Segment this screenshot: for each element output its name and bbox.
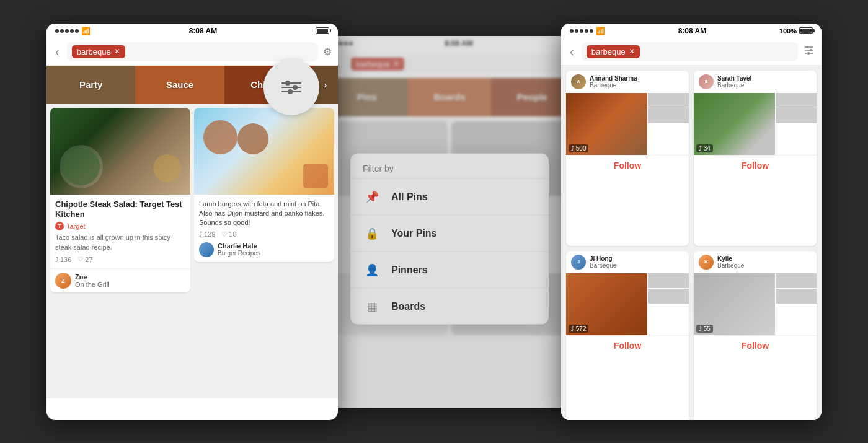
board-header-sarah: S Sarah Tavel Barbeque: [694, 71, 817, 93]
category-party[interactable]: Party: [46, 66, 135, 104]
board-images-annand: ⤴ 500: [566, 93, 689, 155]
search-area-right: ‹ barbeque ✕: [561, 38, 822, 66]
board-card-ji[interactable]: J Ji Hong Barbeque ⤴ 572: [566, 251, 689, 420]
status-bar-middle: 8:08 AM: [326, 36, 574, 51]
board-main-image-kylie: ⤴ 55: [694, 273, 775, 335]
board-images-ji: ⤴ 572: [566, 273, 689, 335]
pin-image-burger: [194, 108, 334, 195]
board-small-img1-annand: [648, 93, 689, 108]
status-bar-right: 📶 8:08 AM 100%: [561, 24, 822, 38]
board-card-annand[interactable]: A Annand Sharma Barbeque ⤴ 500: [566, 71, 689, 246]
filter-popup-header: Filter by: [350, 153, 549, 178]
status-time-middle: 8:08 AM: [445, 39, 473, 48]
filter-label-boards: Boards: [391, 300, 425, 312]
filter-option-pinners[interactable]: 👤 Pinners: [350, 251, 549, 287]
pins-feed-left: Chipotle Steak Salad: Target Test Kitche…: [46, 104, 338, 398]
grid-icon: ▦: [363, 297, 381, 315]
board-small-images-sarah: [776, 93, 817, 124]
pin-stats-burger: ⤴ 129 ♡ 18: [199, 230, 329, 239]
board-card-kylie[interactable]: K Kylie Barbeque ⤴ 55: [694, 251, 817, 420]
left-phone: 📶 8:08 AM ‹ barbeque ✕ ⚙: [46, 24, 338, 420]
like-count: ♡ 27: [78, 255, 92, 263]
board-main-image-annand: ⤴ 500: [566, 93, 647, 155]
svg-point-1: [806, 46, 808, 48]
pin-user-burger: Charlie Hale Burger Recipes: [199, 242, 329, 257]
boards-grid-right: A Annand Sharma Barbeque ⤴ 500: [561, 66, 822, 420]
pin-info-steak-salad: Chipotle Steak Salad: Target Test Kitche…: [50, 195, 190, 269]
pin-card-burger[interactable]: Lamb burgers with feta and mint on Pita.…: [194, 108, 334, 262]
lock-icon: 🔒: [363, 224, 381, 242]
follow-button-ji[interactable]: Follow: [566, 335, 689, 356]
board-small-img1-ji: [648, 273, 689, 288]
status-time-right: 8:08 AM: [678, 27, 707, 35]
search-area-middle: ‹ barbeque ✕: [326, 51, 574, 78]
board-small-images-kylie: [776, 273, 817, 304]
pin-icon: 📌: [363, 187, 381, 206]
svg-point-3: [810, 49, 812, 51]
avatar-annand: A: [571, 74, 586, 89]
status-bar-left: 📶 8:08 AM: [46, 24, 338, 38]
follow-button-sarah[interactable]: Follow: [694, 155, 817, 175]
search-tag-right: barbeque ✕: [587, 45, 640, 58]
filter-option-your-pins[interactable]: 🔒 Your Pins: [350, 214, 549, 251]
right-phone: 📶 8:08 AM 100% ‹ barbeque ✕: [561, 24, 822, 420]
svg-point-5: [807, 52, 810, 55]
avatar-sarah: S: [699, 74, 714, 89]
follow-button-kylie[interactable]: Follow: [694, 335, 817, 356]
search-tag-left: barbeque ✕: [72, 45, 125, 58]
pin-desc-text-burger: Lamb burgers with feta and mint on Pita.…: [199, 200, 329, 228]
board-header-kylie: K Kylie Barbeque: [694, 251, 817, 273]
filter-option-boards[interactable]: ▦ Boards: [350, 287, 549, 324]
like-count-burger: ♡ 18: [221, 230, 236, 239]
avatar-kylie: K: [699, 255, 714, 270]
wifi-icon: 📶: [81, 27, 91, 35]
filter-label-your-pins: Your Pins: [391, 227, 437, 239]
user-info-charlie: Charlie Hale Burger Recipes: [218, 242, 260, 257]
filter-circle-overlay[interactable]: [264, 59, 319, 115]
pin-card-steak-salad[interactable]: Chipotle Steak Salad: Target Test Kitche…: [50, 108, 190, 293]
category-sauce[interactable]: Sauce: [135, 66, 224, 104]
avatar-ji: J: [571, 255, 586, 270]
board-images-sarah: ⤴ 34: [694, 93, 817, 155]
filter-button-right[interactable]: [803, 44, 815, 59]
filter-option-all-pins[interactable]: 📌 All Pins: [350, 178, 549, 214]
target-icon: T: [55, 222, 64, 230]
pin-stats-steak-salad: ⤴ 136 ♡ 27: [55, 255, 185, 263]
board-user-info-annand: Annand Sharma Barbeque: [590, 75, 637, 89]
board-small-img1-kylie: [776, 273, 817, 288]
board-card-sarah[interactable]: S Sarah Tavel Barbeque ⤴ 34: [694, 71, 817, 246]
board-small-img2-annand: [648, 108, 689, 123]
repin-count: ⤴ 136: [55, 256, 71, 263]
board-count-kylie: ⤴ 55: [696, 325, 713, 333]
board-count-ji: ⤴ 572: [569, 325, 588, 333]
board-count-annand: ⤴ 500: [569, 144, 588, 152]
board-main-image-sarah: ⤴ 34: [694, 93, 775, 155]
board-header-ji: J Ji Hong Barbeque: [566, 251, 689, 273]
user-info-zoe: Zoe On the Grill: [75, 273, 110, 288]
clear-tag-button-left[interactable]: ✕: [114, 47, 120, 56]
board-small-images-annand: [648, 93, 689, 124]
pin-source-steak-salad: T Target: [55, 222, 185, 230]
back-button-left[interactable]: ‹: [53, 43, 62, 60]
filter-popup: Filter by 📌 All Pins 🔒 Your Pins 👤 Pinne…: [350, 153, 549, 324]
pin-desc-steak-salad: Taco salad is all grown up in this spicy…: [55, 233, 185, 252]
pin-user-steak-salad: Z Zoe On the Grill: [50, 268, 190, 292]
pin-title-steak-salad: Chipotle Steak Salad: Target Test Kitche…: [55, 200, 185, 221]
filter-label-pinners: Pinners: [391, 264, 428, 275]
board-small-img2-kylie: [776, 289, 817, 304]
back-button-right[interactable]: ‹: [567, 43, 577, 60]
repin-count-burger: ⤴ 129: [199, 230, 215, 238]
board-user-info-kylie: Kylie Barbeque: [717, 255, 744, 269]
follow-button-annand[interactable]: Follow: [566, 155, 689, 175]
pins-column-left: Chipotle Steak Salad: Target Test Kitche…: [50, 108, 190, 395]
filter-button-left[interactable]: ⚙: [323, 46, 332, 58]
board-small-img1-sarah: [776, 93, 817, 108]
clear-tag-button-right[interactable]: ✕: [629, 47, 635, 56]
board-images-kylie: ⤴ 55: [694, 273, 817, 335]
middle-phone: 8:08 AM ‹ barbeque ✕ Pins Boards People: [326, 36, 574, 408]
pin-desc-card-burger: Lamb burgers with feta and mint on Pita.…: [194, 195, 334, 262]
board-user-info-ji: Ji Hong Barbeque: [590, 255, 616, 269]
pin-image-steak-salad: [50, 108, 190, 195]
person-icon: 👤: [363, 260, 381, 279]
board-small-img2-sarah: [776, 108, 817, 123]
